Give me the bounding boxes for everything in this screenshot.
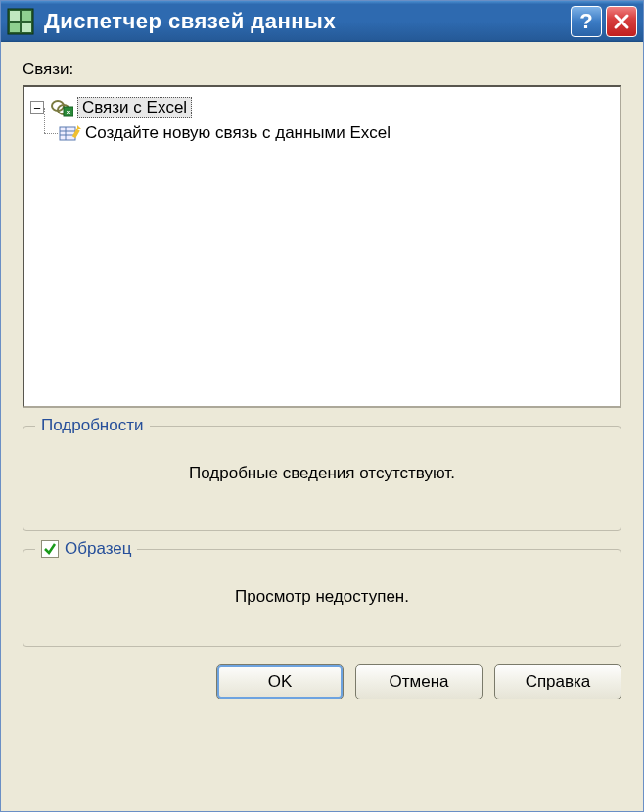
window-title: Диспетчер связей данных — [44, 9, 571, 34]
sample-checkbox[interactable] — [41, 540, 59, 558]
new-link-icon — [58, 123, 81, 143]
svg-text:x: x — [67, 108, 71, 116]
help-button-bottom[interactable]: Справка — [494, 664, 621, 699]
details-groupbox: Подробности Подробные сведения отсутству… — [23, 426, 621, 531]
dialog-content: Связи: − x Связи с Excel — [1, 42, 643, 811]
titlebar-buttons: ? — [571, 6, 637, 37]
tree-root-label[interactable]: Связи с Excel — [77, 97, 192, 118]
tree-child-row[interactable]: Создайте новую связь с данными Excel — [58, 120, 614, 146]
details-legend: Подробности — [35, 416, 150, 435]
sample-groupbox: Образец Просмотр недоступен. — [23, 549, 621, 647]
sample-legend-text: Образец — [65, 539, 131, 559]
svg-marker-13 — [77, 125, 81, 129]
close-button[interactable] — [606, 6, 637, 37]
cancel-button[interactable]: Отмена — [355, 664, 483, 699]
titlebar[interactable]: Диспетчер связей данных ? — [1, 1, 643, 42]
help-button[interactable]: ? — [571, 6, 602, 37]
links-tree[interactable]: − x Связи с Excel — [23, 85, 621, 408]
tree-label: Связи: — [23, 60, 621, 79]
svg-rect-3 — [10, 23, 20, 32]
sample-legend: Образец — [35, 539, 137, 559]
svg-rect-4 — [22, 23, 31, 32]
sample-text: Просмотр недоступен. — [35, 577, 609, 616]
collapse-icon[interactable]: − — [30, 101, 44, 114]
svg-rect-1 — [10, 11, 20, 21]
tree-child-label[interactable]: Создайте новую связь с данными Excel — [85, 123, 391, 143]
details-text: Подробные сведения отсутствуют. — [35, 454, 609, 493]
button-row: OK Отмена Справка — [23, 664, 621, 699]
svg-rect-2 — [22, 11, 31, 21]
ok-button[interactable]: OK — [216, 664, 344, 699]
excel-link-icon: x — [50, 98, 73, 117]
app-icon — [7, 8, 34, 35]
svg-rect-9 — [60, 127, 75, 140]
dialog-window: Диспетчер связей данных ? Связи: − x — [0, 0, 644, 812]
tree-root-row[interactable]: − x Связи с Excel — [30, 95, 614, 120]
